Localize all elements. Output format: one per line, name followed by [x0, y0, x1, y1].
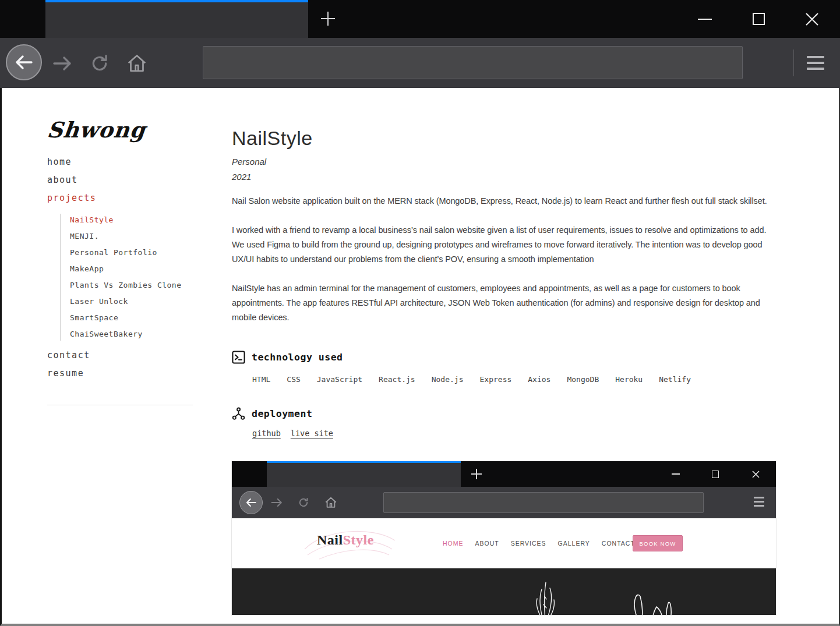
- deployment-links: github live site: [252, 429, 776, 438]
- project-description-2: NailStyle has an admin terminal for the …: [232, 281, 776, 325]
- sidebar-divider: [47, 405, 193, 405]
- screenshot-close-icon: [744, 461, 767, 487]
- sidebar-item-projects[interactable]: projects: [47, 192, 196, 204]
- tech-item: Heroku: [615, 375, 643, 384]
- back-button[interactable]: [6, 44, 42, 80]
- screenshot-tab-strip: [232, 461, 776, 487]
- sidebar-item-about[interactable]: about: [47, 174, 196, 186]
- screenshot-back-icon: [239, 491, 263, 514]
- deployment-section: deployment github live site: [232, 407, 776, 438]
- maximize-icon: [753, 13, 765, 25]
- reload-icon: [90, 54, 110, 73]
- reload-button[interactable]: [87, 52, 112, 75]
- github-link[interactable]: github: [252, 429, 281, 438]
- minimize-button[interactable]: [689, 0, 721, 38]
- embed-nav-gallery: GALLERY: [558, 540, 590, 547]
- terminal-icon: [232, 351, 245, 364]
- tab-strip: [0, 0, 840, 38]
- project-meta: Personal 2021: [232, 154, 776, 185]
- sidebar-item-home[interactable]: home: [47, 155, 196, 168]
- forward-button[interactable]: [50, 52, 75, 75]
- navigation-toolbar: [0, 38, 840, 88]
- technology-section: technology used HTML CSS JavaScript Reac…: [232, 351, 776, 384]
- screenshot-site-nav: HOME ABOUT SERVICES GALLERY CONTACT: [443, 518, 635, 568]
- home-button[interactable]: [125, 52, 149, 75]
- browser-window: Shwong home about projects NailStyle MEN…: [0, 0, 840, 626]
- tech-item: Express: [480, 375, 512, 384]
- minimize-icon: [698, 19, 712, 20]
- active-tab[interactable]: [45, 0, 308, 38]
- sidebar-item-contact[interactable]: contact: [47, 349, 196, 362]
- page-viewport: Shwong home about projects NailStyle MEN…: [0, 88, 840, 626]
- screenshot-minimize-icon: [664, 461, 687, 487]
- screenshot-home-icon: [322, 494, 340, 511]
- screenshot-reload-icon: [295, 494, 312, 511]
- nailstyle-logo: NailStyle: [317, 532, 374, 548]
- tech-item: JavaScript: [317, 375, 362, 384]
- tech-item: React.js: [379, 375, 415, 384]
- project-link-makeapp[interactable]: MakeApp: [70, 263, 196, 275]
- project-screenshot[interactable]: NailStyle HOME ABOUT SERVICES GALLERY CO…: [232, 461, 776, 615]
- home-icon: [126, 53, 147, 74]
- embed-nav-contact: CONTACT: [602, 540, 635, 547]
- embed-nav-about: ABOUT: [475, 540, 499, 547]
- project-description-1: I worked with a friend to revamp a local…: [232, 223, 776, 267]
- projects-submenu: NailStyle MENJI. Personal Portfolio Make…: [60, 214, 196, 341]
- screenshot-hero-section: [232, 568, 776, 615]
- project-summary: Nail Salon website application built on …: [232, 194, 776, 208]
- screenshot-menu-icon: [754, 497, 764, 507]
- back-arrow-icon: [14, 54, 34, 71]
- tech-item: Netlify: [659, 375, 691, 384]
- close-button[interactable]: [796, 0, 828, 38]
- tech-item: Axios: [528, 375, 550, 384]
- url-bar[interactable]: [203, 46, 743, 79]
- forward-arrow-icon: [52, 55, 73, 72]
- tech-item: Node.js: [432, 375, 464, 384]
- menu-button[interactable]: [807, 53, 827, 73]
- project-year: 2021: [232, 169, 776, 185]
- screenshot-toolbar: [232, 487, 776, 518]
- project-type: Personal: [232, 154, 776, 169]
- screenshot-site-header: NailStyle HOME ABOUT SERVICES GALLERY CO…: [232, 518, 776, 568]
- project-link-plants-vs-zombies[interactable]: Plants Vs Zombies Clone: [70, 279, 196, 292]
- project-link-laser-unlock[interactable]: Laser Unlock: [70, 295, 196, 308]
- technology-heading: technology used: [252, 352, 343, 363]
- sidebar-nav: home about projects NailStyle MENJI. Per…: [47, 155, 196, 380]
- embed-book-now-button: BOOK NOW: [633, 535, 683, 551]
- tech-item: CSS: [287, 375, 300, 384]
- project-link-chaisweetbakery[interactable]: ChaiSweetBakery: [70, 328, 196, 341]
- fork-icon: [232, 407, 245, 420]
- sidebar-item-resume[interactable]: resume: [47, 367, 196, 380]
- maximize-button[interactable]: [742, 0, 775, 38]
- screenshot-url-bar: [383, 492, 704, 513]
- new-tab-button[interactable]: [318, 9, 338, 29]
- project-link-nailstyle[interactable]: NailStyle: [70, 214, 196, 227]
- embed-nav-home: HOME: [443, 540, 464, 547]
- project-link-menji[interactable]: MENJI.: [70, 230, 196, 243]
- project-link-smartspace[interactable]: SmartSpace: [70, 312, 196, 324]
- nails-line-art: [631, 587, 680, 615]
- project-page: NailStyle Personal 2021 Nail Salon websi…: [232, 125, 776, 615]
- hamburger-icon: [807, 56, 824, 58]
- live-site-link[interactable]: live site: [291, 429, 333, 438]
- plant-line-art: [524, 581, 565, 615]
- deployment-heading: deployment: [252, 408, 312, 419]
- screenshot-maximize-icon: [704, 461, 727, 487]
- tech-item: HTML: [252, 375, 270, 384]
- sidebar: Shwong home about projects NailStyle MEN…: [47, 117, 196, 405]
- site-logo[interactable]: Shwong: [46, 117, 198, 143]
- screenshot-new-tab-icon: [468, 466, 485, 482]
- screenshot-active-tab: [267, 461, 461, 487]
- project-link-personal-portfolio[interactable]: Personal Portfolio: [70, 246, 196, 259]
- tech-item: MongoDB: [567, 375, 599, 384]
- toolbar-separator: [793, 49, 794, 76]
- technology-list: HTML CSS JavaScript React.js Node.js Exp…: [252, 375, 776, 384]
- screenshot-forward-icon: [268, 494, 285, 511]
- embed-nav-services: SERVICES: [511, 540, 546, 547]
- page-title: NailStyle: [232, 125, 776, 151]
- close-icon: [804, 12, 820, 27]
